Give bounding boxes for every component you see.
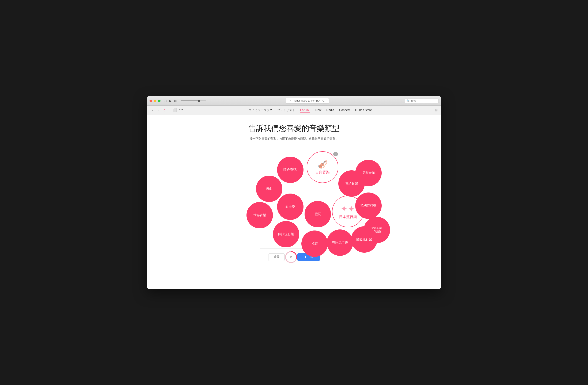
genre-bubble-cantopop[interactable]: 粵語流行樂 xyxy=(327,229,353,256)
search-icon: 🔍 xyxy=(407,100,410,102)
nav-tabs: マイミュージック プレイリスト For You New Radio Connec… xyxy=(188,107,432,113)
genre-bubble-jazz[interactable]: 爵士樂 xyxy=(277,194,303,220)
page-title: 告訴我們您喜愛的音樂類型 xyxy=(248,123,340,134)
tab-playlists[interactable]: プレイリスト xyxy=(277,107,295,113)
tab-connect[interactable]: Connect xyxy=(339,107,350,113)
fastforward-button[interactable]: ⏭ xyxy=(174,99,177,102)
music-icon[interactable]: ♫ xyxy=(163,108,166,112)
page-subtitle: 按一下您喜歡的類型，按兩下您最愛的類型。移除您不喜歡的類型。 xyxy=(250,137,338,141)
play-button[interactable]: ▶ xyxy=(169,99,172,102)
window-controls xyxy=(149,100,161,102)
genre-bubble-world[interactable]: 世界音樂 xyxy=(247,202,273,228)
progress-indicator: 您 xyxy=(285,251,297,263)
airplay-icon[interactable]: ⊞ xyxy=(435,108,438,112)
player-controls: ⏮ ▶ ⏭ xyxy=(164,99,177,102)
tab-title: iTunes Store にアクセス中... xyxy=(293,99,325,102)
search-input[interactable] xyxy=(411,100,437,102)
tab-my-music[interactable]: マイミュージック xyxy=(249,107,272,113)
progress-text: 您 xyxy=(290,255,293,259)
genre-bubble-rock[interactable]: 搖滾 xyxy=(301,230,328,257)
toolbar-icons: ♫ ☰ ⬜ ••• xyxy=(163,108,183,112)
genre-bubble-mandopop[interactable]: 國語流行樂 xyxy=(273,221,299,247)
toolbar: ‹ › ♫ ☰ ⬜ ••• マイミュージック プレイリスト For You Ne… xyxy=(147,105,441,115)
tab-radio[interactable]: Radio xyxy=(326,107,334,113)
genre-bubble-hiphop[interactable]: 嘻哈/饒舌 xyxy=(277,157,303,183)
maximize-button[interactable] xyxy=(158,100,161,102)
genre-bubble-blues[interactable]: 藍調 xyxy=(305,201,331,227)
browser-tab[interactable]: ✕ iTunes Store にアクセス中... xyxy=(286,98,329,104)
close-button[interactable] xyxy=(149,100,152,102)
tab-itunes-store[interactable]: iTunes Store xyxy=(355,107,372,113)
tab-bar: ✕ iTunes Store にアクセス中... xyxy=(210,98,405,104)
tab-for-you[interactable]: For You xyxy=(300,107,310,113)
nav-arrows: ‹ › xyxy=(150,108,161,113)
violin-icon: 🎻 xyxy=(318,160,327,169)
tab-close-icon[interactable]: ✕ xyxy=(290,100,291,102)
back-button[interactable]: ‹ xyxy=(150,108,155,113)
more-options-icon[interactable]: ••• xyxy=(179,108,183,112)
progress-knob[interactable] xyxy=(198,100,200,102)
main-content: 告訴我們您喜愛的音樂類型 按一下您喜歡的類型，按兩下您最愛的類型。移除您不喜歡的… xyxy=(147,115,441,289)
bubble-remove-classical[interactable]: ✕ xyxy=(333,152,338,156)
genre-bubble-dance[interactable]: 舞曲 xyxy=(256,176,282,202)
genre-bubble-classical[interactable]: ✕ 🎻 古典音樂 xyxy=(307,151,338,183)
genre-bubble-electronic[interactable]: 電子音樂 xyxy=(338,170,365,197)
titlebar: ⏮ ▶ ⏭ ✕ iTunes Store にアクセス中... 🔍 xyxy=(147,96,441,105)
monitor-icon[interactable]: ⬜ xyxy=(173,108,177,112)
tab-new[interactable]: New xyxy=(315,107,321,113)
bubbles-container: 另類音樂 嘻哈/饒舌 ✕ 🎻 古典音樂 電子音樂 舞曲 爵士樂 xyxy=(203,147,385,248)
star-icon: ✦✦ xyxy=(341,204,355,214)
forward-button[interactable]: › xyxy=(156,108,161,113)
reset-button[interactable]: 重置 xyxy=(268,253,285,261)
progress-fill xyxy=(181,101,198,101)
genre-bubble-international[interactable]: 國際流行樂 xyxy=(351,226,378,253)
app-window: ⏮ ▶ ⏭ ✕ iTunes Store にアクセス中... 🔍 ‹ › ♫ ☰ xyxy=(147,96,441,289)
search-bar[interactable]: 🔍 xyxy=(405,99,439,103)
list-view-icon[interactable]: ☰ xyxy=(168,108,171,112)
minimize-button[interactable] xyxy=(154,100,156,102)
genre-bubble-jpop[interactable]: ✦✦ 日本流行樂 xyxy=(332,196,364,227)
rewind-button[interactable]: ⏮ xyxy=(164,99,167,102)
playback-progress[interactable] xyxy=(181,101,206,101)
